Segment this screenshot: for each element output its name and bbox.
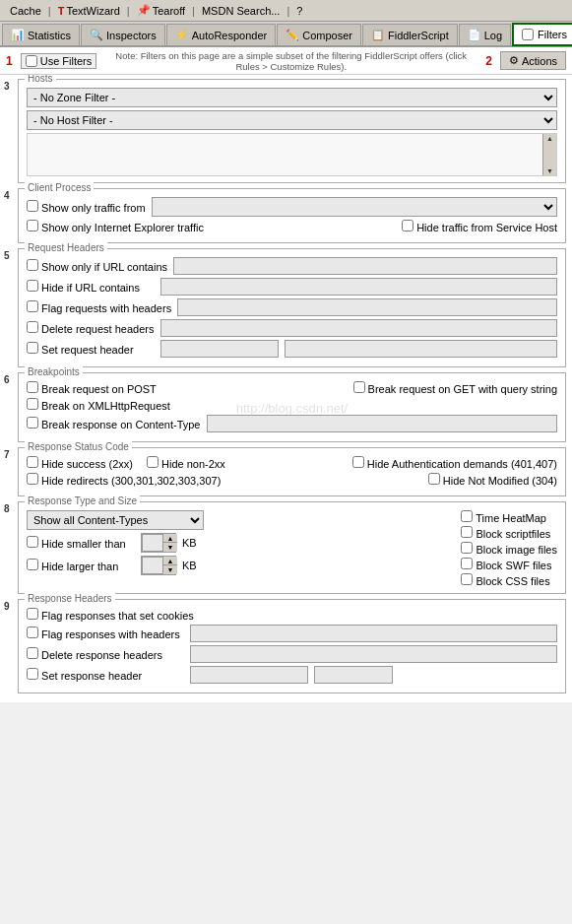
composer-icon: ✏️ [286, 29, 299, 41]
actions-icon: ⚙ [509, 54, 519, 67]
use-filters-container: Use Filters [21, 53, 97, 69]
response-type-main: Show all Content-Types Hide smaller than… [27, 510, 557, 587]
use-filters-checkbox[interactable] [26, 55, 37, 67]
break-content-type-input[interactable] [207, 415, 558, 432]
status-row1: Hide success (2xx) Hide non-2xx Hide Aut… [27, 456, 557, 470]
menu-help[interactable]: ? [290, 4, 308, 18]
block-image-files-checkbox[interactable] [461, 542, 473, 554]
filters-checkbox[interactable] [522, 29, 534, 40]
show-traffic-checkbox[interactable] [27, 200, 38, 212]
block-image-files-label: Block image files [461, 542, 557, 556]
hide-larger-up-btn[interactable]: ▲ [163, 557, 177, 565]
hide-smaller-input[interactable]: 1 [142, 534, 163, 552]
hide-service-checkbox[interactable] [402, 220, 413, 231]
flag-set-cookies-row: Flag responses that set cookies [27, 608, 557, 622]
scroll-up-arrow[interactable]: ▲ [546, 135, 553, 142]
hide-larger-checkbox[interactable] [27, 559, 38, 570]
breakpoints-box: Breakpoints http://blog.csdn.net/ Break … [18, 372, 566, 442]
hide-larger-down-btn[interactable]: ▼ [163, 565, 177, 574]
menu-msdn[interactable]: MSDN Search... [196, 4, 286, 18]
flag-resp-headers-checkbox[interactable] [27, 627, 38, 638]
set-resp-header-key-input[interactable] [190, 666, 308, 684]
inspectors-icon: 🔍 [90, 29, 103, 41]
delete-resp-headers-checkbox[interactable] [27, 647, 38, 659]
tab-composer[interactable]: ✏️ Composer [277, 24, 361, 45]
use-filters-label: Use Filters [40, 55, 93, 67]
flag-req-headers-checkbox[interactable] [27, 300, 38, 312]
flag-set-cookies-label: Flag responses that set cookies [27, 608, 194, 622]
flag-resp-headers-label: Flag responses with headers [27, 627, 184, 640]
hide-non2xx-checkbox[interactable] [147, 456, 159, 468]
menu-tearoff[interactable]: 📌 Tearoff [131, 3, 191, 18]
zone-filter-row: - No Zone Filter - [27, 88, 557, 107]
break-post-checkbox[interactable] [27, 381, 38, 393]
hide-success-checkbox[interactable] [27, 456, 38, 468]
response-type-left: Show all Content-Types Hide smaller than… [27, 510, 445, 578]
tab-log[interactable]: 📄 Log [459, 24, 511, 45]
set-resp-header-val-input[interactable] [314, 666, 393, 684]
block-swf-checkbox[interactable] [461, 558, 473, 569]
actions-button[interactable]: ⚙ Actions [500, 51, 566, 70]
hide-not-modified-checkbox[interactable] [428, 473, 440, 485]
break-xml-checkbox[interactable] [27, 398, 38, 410]
delete-req-headers-checkbox[interactable] [27, 321, 38, 333]
section-hosts: 3 Hosts - No Zone Filter - - No Host Fil… [6, 79, 566, 183]
hide-larger-input[interactable]: 1 [142, 557, 163, 574]
tab-inspectors[interactable]: 🔍 Inspectors [81, 24, 165, 45]
flag-set-cookies-checkbox[interactable] [27, 608, 38, 620]
time-heatmap-checkbox[interactable] [461, 510, 473, 522]
hide-smaller-up-btn[interactable]: ▲ [163, 534, 177, 543]
ie-traffic-row: Show only Internet Explorer traffic Hide… [27, 220, 557, 233]
hide-not-modified-label: Hide Not Modified (304) [428, 473, 557, 487]
show-url-checkbox[interactable] [27, 259, 38, 271]
hide-url-input[interactable] [160, 278, 557, 296]
menu-textwizard[interactable]: T TextWizard [52, 4, 126, 18]
tab-filters[interactable]: Filters [512, 23, 572, 46]
show-url-input[interactable] [173, 257, 557, 275]
set-resp-header-checkbox[interactable] [27, 668, 38, 680]
delete-req-headers-input[interactable] [160, 319, 557, 337]
hide-smaller-down-btn[interactable]: ▼ [163, 543, 177, 552]
menu-cache[interactable]: Cache [4, 4, 47, 18]
break-get-checkbox[interactable] [353, 381, 365, 393]
response-headers-box: Response Headers Flag responses that set… [18, 599, 566, 693]
flag-req-headers-label: Flag requests with headers [27, 300, 171, 314]
tab-autoresponder[interactable]: ⚡ AutoResponder [166, 24, 276, 45]
main-content: 3 Hosts - No Zone Filter - - No Host Fil… [0, 75, 572, 702]
zone-filter-select[interactable]: - No Zone Filter - [27, 88, 557, 107]
section-num-2: 2 [485, 54, 492, 68]
statistics-icon: 📊 [11, 29, 25, 41]
flag-req-headers-input[interactable] [177, 298, 557, 316]
hide-auth-checkbox[interactable] [352, 456, 364, 468]
hide-smaller-checkbox[interactable] [27, 536, 38, 548]
tab-statistics[interactable]: 📊 Statistics [2, 24, 80, 45]
tab-fiddlerscript[interactable]: 📋 FiddlerScript [362, 24, 458, 45]
break-content-type-checkbox[interactable] [27, 417, 38, 429]
section-request-headers: 5 Request Headers Show only if URL conta… [6, 248, 566, 367]
delete-resp-headers-input[interactable] [190, 645, 557, 663]
hide-url-checkbox[interactable] [27, 280, 38, 292]
block-css-checkbox[interactable] [461, 573, 473, 585]
section-client-process: 4 Client Process Show only traffic from … [6, 188, 566, 243]
set-req-header-val-input[interactable] [285, 340, 557, 358]
response-type-right: Time HeatMap Block scriptfiles Block ima… [461, 510, 557, 587]
break-xml-row: Break on XMLHttpRequest [27, 398, 557, 412]
host-filter-select[interactable]: - No Host Filter - [27, 110, 557, 130]
num-6: 6 [4, 374, 10, 385]
request-headers-box: Request Headers Show only if URL contain… [18, 248, 566, 367]
show-ie-checkbox[interactable] [27, 220, 38, 231]
section-response-status: 7 Response Status Code Hide success (2xx… [6, 447, 566, 496]
show-url-label: Show only if URL contains [27, 259, 167, 273]
scroll-down-arrow[interactable]: ▼ [546, 167, 553, 174]
show-ie-label: Show only Internet Explorer traffic [27, 220, 204, 233]
hosts-textarea-input[interactable] [28, 134, 542, 175]
response-status-box: Response Status Code Hide success (2xx) … [18, 447, 566, 496]
content-type-select[interactable]: Show all Content-Types [27, 510, 204, 530]
set-req-header-key-input[interactable] [160, 340, 279, 358]
set-req-header-checkbox[interactable] [27, 342, 38, 354]
break-get-label: Break request on GET with query string [353, 381, 557, 395]
block-scriptfiles-checkbox[interactable] [461, 526, 473, 538]
flag-resp-headers-input[interactable] [190, 625, 557, 642]
traffic-source-select[interactable] [152, 197, 557, 217]
hide-redirects-checkbox[interactable] [27, 473, 38, 485]
